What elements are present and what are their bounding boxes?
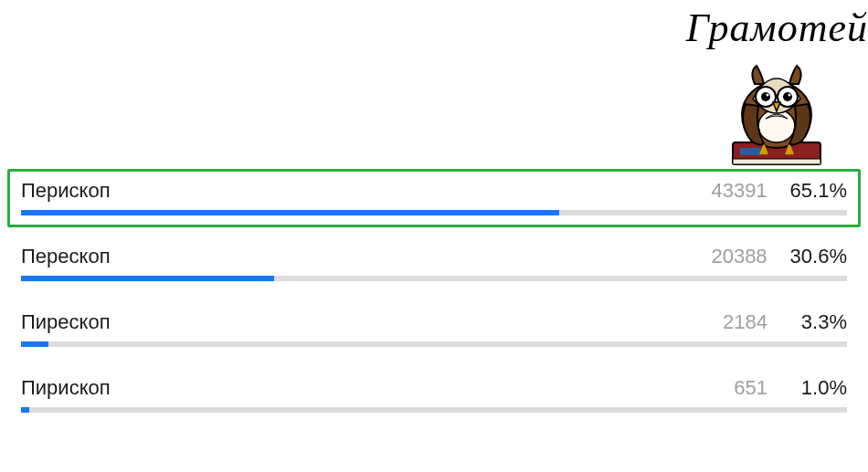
option-count: 20388 [704,245,767,268]
option-percent: 3.3% [790,310,847,334]
progress-track [21,407,847,413]
poll-options: Перископ 43391 65.1% Перескоп 20388 30.6… [7,169,861,432]
progress-track [21,210,847,215]
poll-option-2[interactable]: Пирескоп 2184 3.3% [7,300,861,359]
progress-fill [21,210,559,215]
option-row: Пирископ 651 1.0% [21,376,847,400]
brand-name: Грамотей [686,5,868,51]
option-label: Перископ [21,179,704,203]
progress-track [21,276,847,281]
option-row: Перископ 43391 65.1% [21,179,847,203]
option-count: 2184 [704,310,767,334]
svg-point-7 [761,92,770,101]
option-label: Перескоп [21,245,704,268]
owl-on-book-icon [686,51,868,170]
progress-fill [21,341,48,347]
progress-track [21,341,847,347]
option-count: 43391 [704,179,767,203]
option-row: Перескоп 20388 30.6% [21,245,847,268]
svg-point-10 [789,94,791,97]
svg-point-9 [767,94,769,97]
poll-option-0[interactable]: Перископ 43391 65.1% [7,169,861,227]
svg-rect-2 [740,148,760,155]
option-percent: 1.0% [790,376,847,400]
option-row: Пирескоп 2184 3.3% [21,310,847,334]
option-count: 651 [704,376,767,400]
progress-fill [21,407,29,413]
poll-option-3[interactable]: Пирископ 651 1.0% [7,366,861,425]
option-label: Пирескоп [21,310,704,334]
poll-option-1[interactable]: Перескоп 20388 30.6% [7,235,861,293]
progress-fill [21,276,274,281]
brand-block: Грамотей [686,5,868,170]
svg-point-8 [783,92,792,101]
svg-rect-1 [733,159,820,164]
option-percent: 30.6% [790,245,847,268]
option-label: Пирископ [21,376,704,400]
option-percent: 65.1% [790,179,847,203]
